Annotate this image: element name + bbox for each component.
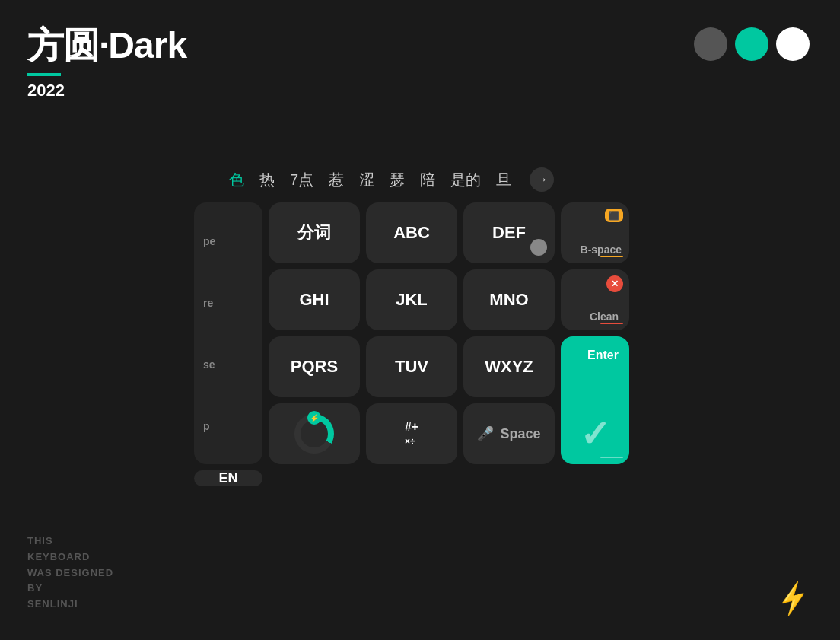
logo-icon: ⚡ [772, 579, 813, 619]
key-enter[interactable]: Enter ✓ [561, 336, 629, 464]
key-wxyz[interactable]: WXYZ [463, 336, 555, 397]
suggestion-item-0[interactable]: 色 [229, 170, 244, 190]
key-abc[interactable]: ABC [366, 202, 457, 263]
key-tuv[interactable]: TUV [366, 336, 457, 397]
key-ghi[interactable]: GHI [269, 269, 360, 330]
key-symbol[interactable]: #+×÷ [366, 403, 457, 464]
space-label: Space [500, 426, 540, 442]
sidebar-text-se: se [203, 358, 215, 371]
clean-badge: ✕ [606, 275, 623, 292]
suggestion-arrow[interactable]: → [530, 167, 554, 192]
theme-circles [694, 27, 810, 61]
suggestion-item-2[interactable]: 7点 [290, 170, 313, 190]
suggestion-item-7[interactable]: 是的 [450, 170, 481, 190]
enter-underline [600, 457, 623, 458]
page-title: 方圆·Dark [27, 21, 186, 70]
key-fenci[interactable]: 分词 [269, 202, 360, 263]
key-mno[interactable]: MNO [463, 269, 555, 330]
key-lang[interactable]: EN [194, 470, 262, 486]
brand-logo: ⚡ [776, 582, 810, 616]
mic-icon: 🎤 [477, 425, 494, 442]
key-pqrs[interactable]: PQRS [269, 336, 360, 397]
suggestion-item-4[interactable]: 涩 [359, 170, 374, 190]
key-power[interactable]: ⚡ [269, 403, 360, 464]
symbol-label: #+×÷ [405, 420, 418, 447]
power-icon: ⚡ [307, 411, 321, 425]
suggestion-item-1[interactable]: 热 [259, 170, 275, 190]
key-def[interactable]: DEF [463, 202, 555, 263]
suggestion-item-3[interactable]: 惹 [329, 170, 344, 190]
key-jkl[interactable]: JKL [366, 269, 457, 330]
def-slider [530, 239, 547, 256]
suggestion-item-5[interactable]: 瑟 [390, 170, 405, 190]
key-bspace[interactable]: ⬛ B-space [561, 202, 629, 263]
title-underline [27, 73, 61, 76]
year-label: 2022 [27, 81, 186, 100]
suggestion-item-8[interactable]: 旦 [496, 170, 511, 190]
sidebar-text-pe: pe [203, 235, 215, 247]
clean-underline [600, 323, 623, 324]
sidebar-key[interactable]: pe re se p [194, 202, 262, 464]
suggestion-item-6[interactable]: 陪 [420, 170, 435, 190]
teal-theme-circle[interactable] [735, 27, 768, 61]
enter-checkmark: ✓ [580, 412, 610, 455]
suggestion-row: 色 热 7点 惹 涩 瑟 陪 是的 旦 → [194, 167, 629, 192]
enter-label: Enter [587, 349, 619, 362]
keyboard-wrapper: 色 热 7点 惹 涩 瑟 陪 是的 旦 → pe re se p 分词 ABC … [194, 167, 629, 486]
lang-label: EN [218, 470, 237, 486]
key-clean[interactable]: ✕ Clean [561, 269, 629, 330]
dark-theme-circle[interactable] [694, 27, 727, 61]
header: 方圆·Dark 2022 [27, 21, 186, 100]
white-theme-circle[interactable] [776, 27, 810, 61]
sidebar-text-p: p [203, 420, 210, 432]
keyboard-grid: pe re se p 分词 ABC DEF ⬛ B-space GHI [194, 202, 629, 486]
clean-label: Clean [590, 310, 619, 323]
bottom-text: THIS KEYBOARD WAS DESIGNED BY SENLINJI [27, 533, 113, 613]
bspace-underline [600, 256, 623, 257]
bspace-badge: ⬛ [605, 209, 623, 222]
bspace-label: B-space [581, 244, 622, 256]
key-space[interactable]: 🎤 Space [463, 403, 555, 464]
sidebar-text-re: re [203, 297, 213, 309]
